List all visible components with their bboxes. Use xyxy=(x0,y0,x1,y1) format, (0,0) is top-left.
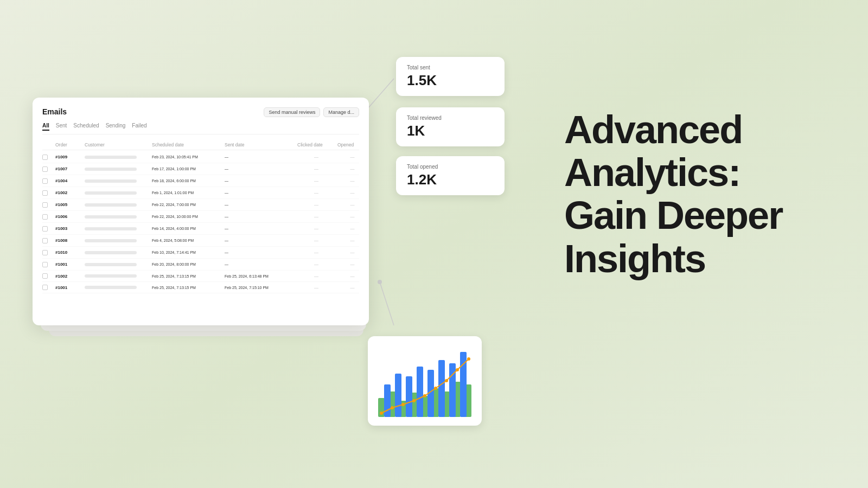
svg-rect-18 xyxy=(438,360,445,417)
row-clicked: — xyxy=(297,226,335,231)
tab-all[interactable]: All xyxy=(42,121,49,131)
stats-card-total-reviewed: Total reviewed 1K xyxy=(396,107,505,146)
row-opened: — xyxy=(337,202,367,207)
row-order: #1007 xyxy=(55,166,82,171)
svg-rect-16 xyxy=(417,367,423,417)
row-opened: — xyxy=(337,214,367,219)
col-scheduled-date: Scheduled date xyxy=(152,142,222,147)
svg-rect-15 xyxy=(406,376,412,417)
row-clicked: — xyxy=(297,178,335,183)
row-customer xyxy=(85,156,150,159)
svg-point-25 xyxy=(423,394,426,397)
row-scheduled-date: Feb 17, 2024, 1:00:00 PM xyxy=(152,167,222,171)
row-sent-date: — xyxy=(225,155,295,159)
panel-actions: Send manual reviews Manage d... xyxy=(264,107,359,117)
row-checkbox[interactable] xyxy=(42,178,48,184)
row-sent-date: — xyxy=(225,227,295,230)
row-clicked: — xyxy=(297,285,335,290)
stats-label-1: Total reviewed xyxy=(407,115,494,121)
table-row: #1002 Feb 1, 2024, 1:01:00 PM — — — — Sc… xyxy=(42,187,359,199)
col-clicked: Clicked date xyxy=(297,142,335,147)
row-order: #1009 xyxy=(55,155,82,159)
tab-sent[interactable]: Sent xyxy=(56,121,67,131)
row-scheduled-date: Feb 1, 2024, 1:01:00 PM xyxy=(152,191,222,195)
svg-point-26 xyxy=(434,387,437,390)
row-clicked: — xyxy=(297,166,335,171)
row-checkbox[interactable] xyxy=(42,285,48,290)
row-checkbox[interactable] xyxy=(42,226,48,232)
row-opened: — xyxy=(337,262,367,267)
row-clicked: — xyxy=(297,262,335,267)
row-order: #1003 xyxy=(55,226,82,231)
row-opened: — xyxy=(337,274,367,279)
row-opened: — xyxy=(337,226,367,231)
table-row: #1003 Feb 14, 2024, 4:00:00 PM — — — — S… xyxy=(42,223,359,235)
svg-point-29 xyxy=(467,357,470,361)
row-checkbox[interactable] xyxy=(42,250,48,255)
row-scheduled-date: Feb 10, 2024, 7:14:41 PM xyxy=(152,251,222,254)
row-clicked: — xyxy=(297,190,335,195)
svg-point-27 xyxy=(445,379,448,382)
stats-card-total-sent: Total sent 1.5K xyxy=(396,57,505,96)
row-order: #1010 xyxy=(55,250,82,255)
row-scheduled-date: Feb 4, 2024, 5:08:00 PM xyxy=(152,239,222,242)
row-checkbox[interactable] xyxy=(42,214,48,220)
row-checkbox[interactable] xyxy=(42,273,48,279)
row-customer xyxy=(85,215,150,219)
tab-sending[interactable]: Sending xyxy=(106,121,126,131)
tab-scheduled[interactable]: Scheduled xyxy=(73,121,99,131)
row-customer xyxy=(85,191,150,195)
stats-label-0: Total sent xyxy=(407,65,494,70)
row-sent-date: — xyxy=(225,215,295,219)
emails-panel: Emails Send manual reviews Manage d... A… xyxy=(33,98,369,325)
row-checkbox[interactable] xyxy=(42,155,48,160)
table-row: #1008 Feb 4, 2024, 5:08:00 PM — — — — Sc… xyxy=(42,235,359,247)
col-customer: Customer xyxy=(85,142,150,147)
row-checkbox[interactable] xyxy=(42,238,48,243)
svg-rect-19 xyxy=(449,363,456,417)
row-sent-date: — xyxy=(225,203,295,207)
svg-rect-14 xyxy=(395,374,401,417)
row-opened: — xyxy=(337,190,367,195)
manage-btn[interactable]: Manage d... xyxy=(323,107,359,117)
row-scheduled-date: Feb 22, 2024, 10:00:00 PM xyxy=(152,215,222,219)
table-header: Order Customer Scheduled date Sent date … xyxy=(42,140,359,150)
row-order: #1004 xyxy=(55,178,82,183)
table-row: #1005 Feb 22, 2024, 7:00:00 PM — — — — S… xyxy=(42,199,359,211)
row-order: #1005 xyxy=(55,202,82,207)
row-opened: — xyxy=(337,166,367,171)
row-checkbox[interactable] xyxy=(42,190,48,196)
tab-row: All Sent Scheduled Sending Failed xyxy=(42,121,359,134)
table-row: #1004 Feb 18, 2024, 6:00:00 PM — — — — S… xyxy=(42,175,359,187)
table-row: #1001 Feb 20, 2024, 8:00:00 PM — — — — S… xyxy=(42,259,359,271)
row-checkbox[interactable] xyxy=(42,202,48,208)
heading-line3: Gain Deeper xyxy=(564,194,782,237)
row-checkbox[interactable] xyxy=(42,262,48,267)
tab-failed[interactable]: Failed xyxy=(132,121,146,131)
row-customer xyxy=(85,286,150,289)
row-order: #1002 xyxy=(55,274,82,279)
send-manual-btn[interactable]: Send manual reviews xyxy=(264,107,320,117)
row-customer xyxy=(85,239,150,242)
row-sent-date: — xyxy=(225,239,295,242)
row-sent-date: — xyxy=(225,179,295,183)
stats-card-total-opened: Total opened 1.2K xyxy=(396,156,505,195)
row-scheduled-date: Feb 14, 2024, 4:00:00 PM xyxy=(152,227,222,230)
row-scheduled-date: Feb 25, 2024, 7:13:15 PM xyxy=(152,286,222,290)
row-customer xyxy=(85,179,150,183)
row-sent-date: — xyxy=(225,191,295,195)
row-customer xyxy=(85,227,150,230)
row-checkbox[interactable] xyxy=(42,166,48,172)
heading-line4: Insights xyxy=(564,237,705,280)
row-sent-date: — xyxy=(225,167,295,171)
row-opened: — xyxy=(337,155,367,159)
chart-card xyxy=(368,336,482,426)
row-clicked: — xyxy=(297,214,335,219)
table-row: #1010 Feb 10, 2024, 7:14:41 PM — — — — S… xyxy=(42,247,359,259)
row-sent-date: — xyxy=(225,251,295,254)
svg-point-21 xyxy=(380,412,383,415)
table-row: #1009 Feb 23, 2024, 10:05:41 PM — — — — … xyxy=(42,151,359,163)
row-order: #1008 xyxy=(55,238,82,243)
row-customer xyxy=(85,263,150,266)
row-scheduled-date: Feb 20, 2024, 8:00:00 PM xyxy=(152,262,222,266)
